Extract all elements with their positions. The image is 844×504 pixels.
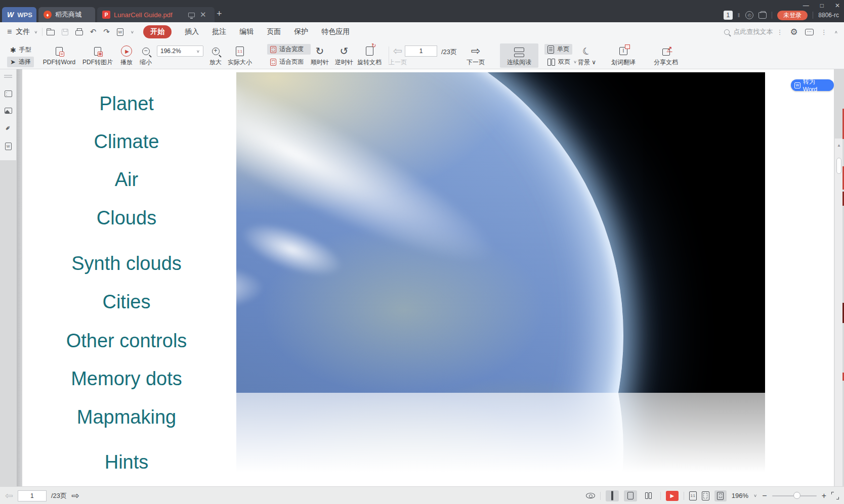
tab-docer-store[interactable]: ♦ 稻壳商城 <box>38 7 95 22</box>
statusbar-zoom-value[interactable]: 196% <box>732 492 748 499</box>
translate-button[interactable]: I 划词翻译 <box>605 44 642 67</box>
print-icon[interactable] <box>75 30 83 35</box>
fullscreen-icon[interactable] <box>831 492 839 499</box>
menu-comment[interactable]: 批注 <box>212 27 226 36</box>
zoom-slider-knob[interactable] <box>793 492 800 499</box>
export-word-icon[interactable]: W <box>117 28 123 36</box>
background-button[interactable]: ☾ 背景 ∨ <box>571 44 603 67</box>
scrollbar-thumb[interactable] <box>836 158 841 174</box>
maximize-button[interactable]: □ <box>820 2 824 9</box>
projection-icon[interactable] <box>188 13 195 17</box>
tab-document-label: LunarCell Guide.pdf <box>114 11 173 19</box>
doc-link-clouds[interactable]: Clouds <box>22 207 231 229</box>
chevron-down-icon[interactable]: ∨ <box>753 493 757 498</box>
zoom-out-button[interactable]: − 缩小 <box>135 44 157 67</box>
panel-grip[interactable] <box>4 75 12 76</box>
hand-tool-button[interactable]: ✱ 手型 <box>7 44 34 55</box>
statusbar-page-input[interactable] <box>18 490 47 501</box>
tab-wps-home[interactable]: W WPS <box>2 7 36 22</box>
pdf-to-image-button[interactable]: ▦ PDF转图片 <box>80 44 115 67</box>
hamburger-icon[interactable]: ≡ <box>7 27 12 36</box>
zoom-in-plus-icon[interactable]: + <box>822 491 826 500</box>
scroll-up-arrow[interactable]: ▲ <box>835 142 843 150</box>
single-page-button[interactable]: 单页 <box>544 44 572 55</box>
zoom-out-icon: − <box>142 48 150 55</box>
continuous-reading-button[interactable]: 连续阅读 <box>500 43 538 68</box>
close-button[interactable]: ✕ <box>835 2 840 9</box>
zoom-in-button[interactable]: + 放大 <box>204 44 227 67</box>
cursor-icon: ➤ <box>10 58 16 66</box>
doc-link-hints[interactable]: Hints <box>22 451 231 473</box>
fit-width-button[interactable] <box>714 490 727 501</box>
save-icon[interactable] <box>62 29 68 35</box>
image-panel-icon[interactable] <box>3 106 13 116</box>
play-button[interactable]: ▶ <box>666 491 679 501</box>
file-menu[interactable]: 文件 <box>16 27 30 36</box>
gear-icon[interactable]: ⚙ <box>790 27 797 37</box>
zoom-out-minus-icon[interactable]: − <box>762 491 767 500</box>
view-single-page-button[interactable] <box>624 490 637 501</box>
doc-link-cities[interactable]: Cities <box>22 291 231 313</box>
pdf-to-word-button[interactable]: w PDF转Word <box>41 44 77 67</box>
share-document-button[interactable]: ↗ 分享文档 <box>648 44 684 67</box>
to-word-panel-icon[interactable]: W <box>3 141 13 151</box>
menu-page[interactable]: 页面 <box>267 27 281 36</box>
menu-insert[interactable]: 插入 <box>185 27 199 36</box>
pdf-to-word-label: PDF转Word <box>43 58 75 67</box>
next-page-icon[interactable]: ⇨ <box>71 491 79 500</box>
document-count-badge[interactable]: 1 <box>724 11 733 20</box>
new-tab-button[interactable]: + <box>217 9 222 18</box>
doc-link-other-controls[interactable]: Other controls <box>22 330 231 352</box>
chevron-down-icon[interactable]: ∨ <box>131 30 134 34</box>
find-text-box[interactable]: 点此查找文本 ⋮ <box>724 27 783 36</box>
doc-link-air[interactable]: Air <box>22 169 231 191</box>
fit-page-icon <box>270 59 276 66</box>
docer-member-icon[interactable]: ◴ <box>745 11 753 19</box>
actual-size-icon[interactable]: 1:1 <box>689 491 697 500</box>
login-button[interactable]: 未登录 <box>777 11 808 20</box>
actual-size-button[interactable]: 1:1 实际大小 <box>225 44 255 67</box>
redo-icon[interactable]: ↷ <box>103 27 110 36</box>
fit-page-button[interactable]: 适合页面 <box>267 57 311 67</box>
collapse-ribbon-icon[interactable]: ∧ <box>834 30 838 34</box>
zoom-slider[interactable] <box>772 495 817 496</box>
doc-link-memory-dots[interactable]: Memory dots <box>22 368 231 390</box>
zoom-level-select[interactable]: 196.2% ∨ <box>157 45 203 57</box>
undo-icon[interactable]: ↶ <box>90 27 97 36</box>
menu-protect[interactable]: 保护 <box>294 27 308 36</box>
feedback-icon[interactable]: ⋯ <box>805 29 814 35</box>
skin-icon[interactable] <box>758 12 767 19</box>
continuous-reading-label: 连续阅读 <box>507 58 531 67</box>
next-page-button[interactable]: ⇨ 下一页 <box>463 44 488 67</box>
fit-width-button[interactable]: 适合宽度 <box>267 44 311 55</box>
tab-close-icon[interactable]: ✕ <box>200 10 206 19</box>
zoom-in-label: 放大 <box>209 58 222 67</box>
doc-link-synth-clouds[interactable]: Synth clouds <box>22 253 231 274</box>
doc-link-mapmaking[interactable]: Mapmaking <box>22 406 231 428</box>
menu-edit[interactable]: 编辑 <box>239 27 254 36</box>
vertical-scrollbar[interactable]: ▲ ▼ <box>834 139 842 504</box>
view-double-page-button[interactable] <box>642 490 655 501</box>
select-tool-button[interactable]: ➤ 选择 <box>7 57 34 67</box>
view-continuous-button[interactable] <box>606 490 619 501</box>
open-file-icon[interactable] <box>47 30 55 35</box>
page-number-input[interactable] <box>405 45 437 57</box>
eye-protect-icon[interactable] <box>586 493 595 498</box>
more-dots-icon[interactable]: ⋮ <box>776 28 783 36</box>
chevron-down-icon[interactable]: ∨ <box>34 30 37 34</box>
prev-page-icon[interactable]: ⇦ <box>5 491 13 500</box>
outline-panel-icon[interactable]: -- <box>3 88 13 99</box>
toolbar: ✱ 手型 ➤ 选择 w PDF转Word ▦ PDF转图片 ▶ 播放 − 缩小 … <box>0 41 844 69</box>
menu-start[interactable]: 开始 <box>143 25 172 38</box>
doc-link-planet[interactable]: Planet <box>22 93 231 115</box>
convert-to-word-button[interactable]: W 转为Word <box>791 79 834 91</box>
rotate-clockwise-button[interactable]: ↻ 顺时针 <box>308 44 332 67</box>
annotate-pen-icon[interactable]: ✒ <box>3 123 13 133</box>
rotate-document-button[interactable]: ↻ 旋转文档 <box>354 44 385 67</box>
rotate-counterclockwise-button[interactable]: ↺ 逆时针 <box>332 44 356 67</box>
more-options-icon[interactable]: ⋮ <box>821 28 827 36</box>
fit-page-icon[interactable] <box>702 491 709 500</box>
menu-special-features[interactable]: 特色应用 <box>321 27 350 36</box>
minimize-button[interactable]: — <box>803 2 809 9</box>
doc-link-climate[interactable]: Climate <box>22 131 231 153</box>
